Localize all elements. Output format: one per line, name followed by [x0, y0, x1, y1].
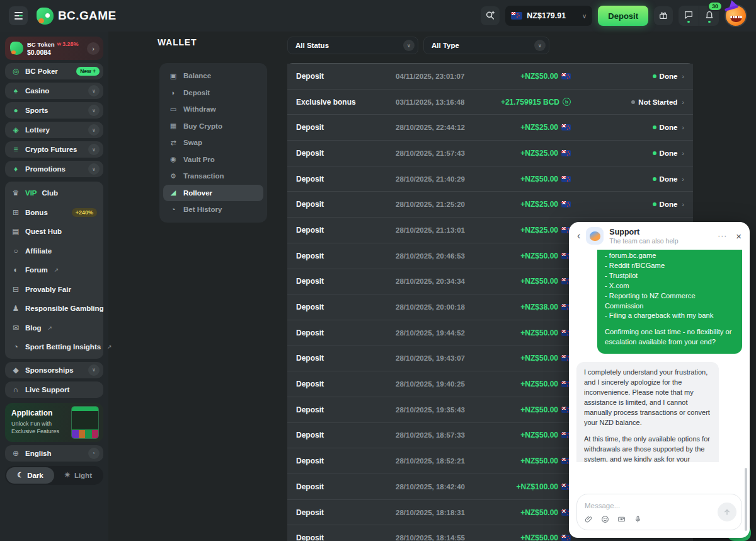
theme-dark-button[interactable]: ☾ Dark	[6, 467, 54, 484]
emoji-icon[interactable]	[601, 515, 609, 526]
app-preview-image	[71, 406, 99, 439]
sidebar-item[interactable]: ⊟ Provably Fair ↗	[5, 280, 103, 300]
gift-icon	[658, 10, 668, 22]
wallet-nav-item[interactable]: ⇄ Swap	[163, 134, 263, 151]
microphone-icon[interactable]	[634, 515, 642, 526]
transaction-datetime: 28/10/2025, 21:57:43	[396, 149, 520, 157]
sidebar-item[interactable]: ♟ Responsible Gambling ↗	[5, 299, 103, 318]
transaction-status[interactable]: Done ›	[571, 201, 684, 208]
transaction-status[interactable]: Done ›	[571, 73, 684, 80]
bc-token-card[interactable]: BC Token ∨∨ 3.28% $0.0084 ›	[5, 37, 103, 60]
chevron-down-icon: ∨	[403, 40, 415, 51]
table-row[interactable]: Deposit 28/10/2025, 21:57:43 +NZ$25.00 b…	[287, 141, 693, 166]
language-selector[interactable]: ⊕ English ›	[5, 445, 103, 462]
transaction-amount: +NZ$50.00 b	[520, 431, 571, 439]
sidebar-item[interactable]: ✉ Blog ↗	[5, 318, 103, 338]
transaction-status[interactable]: Done ›	[571, 175, 684, 183]
chevron-right-icon[interactable]: ›	[87, 42, 100, 55]
more-options-icon[interactable]: ···	[718, 231, 727, 240]
logo[interactable]: BC.GAME	[37, 8, 117, 25]
transaction-status[interactable]: Done ›	[571, 124, 684, 131]
sidebar-item[interactable]: ⊞ Bonus ↗ +240%	[5, 203, 103, 223]
message-input[interactable]	[585, 502, 698, 509]
transaction-datetime: 28/10/2025, 19:35:43	[396, 406, 520, 414]
close-icon[interactable]: ×	[736, 231, 742, 241]
agent-message-p2: At this time, the only available options…	[584, 434, 711, 462]
table-row[interactable]: Deposit 28/10/2025, 21:25:20 +NZ$25.00 b…	[287, 192, 693, 218]
currency-selector[interactable]: NZ$179.91 ∨	[505, 6, 592, 26]
chevron-right-icon[interactable]: ›	[88, 448, 100, 459]
application-banner[interactable]: Application Unlock Fun with Exclusive Fe…	[5, 403, 103, 442]
rewards-button[interactable]	[654, 6, 673, 25]
wallet-nav-item[interactable]: ⚙ Transaction	[163, 168, 263, 185]
user-avatar[interactable]	[724, 4, 747, 27]
chat-bubble-icon	[684, 9, 694, 22]
menu-toggle-button[interactable]	[9, 6, 28, 25]
chevron-down-icon[interactable]: ∨	[88, 163, 100, 175]
status-dot	[653, 74, 656, 78]
sidebar-item-live-support[interactable]: ∩ Live Support	[5, 381, 103, 398]
sidebar-item[interactable]: ♠ Casino ∨	[5, 83, 103, 99]
transaction-type: Deposit	[296, 457, 396, 465]
rollover-icon: ◢	[169, 189, 178, 197]
transaction-amount: +21.759915 BCD b	[501, 98, 571, 107]
type-filter-select[interactable]: All Type ∨	[423, 37, 549, 54]
sidebar-item[interactable]: ● Sports ∨	[5, 102, 103, 119]
wallet-nav-item[interactable]: ◗ Deposit	[163, 84, 263, 102]
table-row[interactable]: Deposit 04/11/2025, 23:01:07 +NZ$50.00 b…	[287, 64, 693, 90]
wallet-nav-item[interactable]: ◔ Bet History	[163, 201, 263, 218]
theme-light-button[interactable]: ☀ Light	[54, 467, 102, 484]
wallet-nav-item[interactable]: ▭ Withdraw	[163, 101, 263, 118]
support-chat-panel: ‹ Support The team can also help ··· × -…	[569, 222, 750, 538]
gif-icon[interactable]	[617, 515, 626, 526]
status-filter-select[interactable]: All Status ∨	[287, 37, 418, 54]
attachment-icon[interactable]	[585, 515, 593, 526]
transaction-type: Deposit	[296, 482, 396, 491]
wallet-nav-item[interactable]: ▦ Buy Crypto	[163, 118, 263, 135]
headphones-icon: ∩	[11, 385, 20, 394]
price-down-icon: ∨∨	[57, 42, 60, 47]
search-button[interactable]	[481, 6, 500, 25]
promotions-icon: ♦	[11, 165, 20, 173]
chevron-down-icon[interactable]: ∨	[88, 124, 100, 136]
visitor-message-line: - Reporting to NZ Commerce Commission	[605, 291, 735, 311]
sidebar-item[interactable]: ◐ Forum ↗	[5, 260, 103, 280]
transaction-amount: +NZ$25.00 b	[520, 226, 571, 235]
sidebar-item[interactable]: ▤ Quest Hub ↗	[5, 222, 103, 241]
transaction-amount: +NZ$50.00 b	[520, 329, 571, 337]
chevron-down-icon[interactable]: ∨	[88, 85, 100, 96]
sidebar-item[interactable]: ≡ Crypto Futures ∨	[5, 141, 103, 158]
sidebar-item[interactable]: ○ Affiliate ↗	[5, 241, 103, 261]
globe-icon: ⊕	[11, 449, 20, 458]
back-icon[interactable]: ‹	[577, 231, 580, 241]
notifications-button[interactable]: 30	[699, 6, 719, 26]
transaction-type: Deposit	[296, 533, 396, 541]
table-row[interactable]: Deposit 28/10/2025, 21:40:29 +NZ$50.00 b…	[287, 166, 693, 192]
chevron-down-icon[interactable]: ∨	[88, 144, 100, 155]
chevron-down-icon[interactable]: ∨	[88, 105, 100, 116]
table-row[interactable]: Deposit 28/10/2025, 22:44:12 +NZ$25.00 b…	[287, 115, 693, 141]
sidebar-item[interactable]: ◔ Sport Betting Insights ↗	[5, 337, 103, 357]
deposit-button[interactable]: Deposit	[598, 6, 648, 26]
send-button[interactable]	[718, 503, 736, 521]
transaction-amount: +NZ$50.00 b	[520, 405, 571, 414]
sidebar-item[interactable]: ♛ VIP Club ↗	[5, 183, 103, 203]
provably-fair-icon: ⊟	[11, 285, 20, 294]
chevron-down-icon[interactable]: ∨	[88, 364, 100, 376]
transaction-status[interactable]: Not Started ›	[571, 98, 684, 106]
table-row[interactable]: Exclusive bonus 03/11/2025, 13:16:48 +21…	[287, 90, 693, 115]
wallet-nav-item[interactable]: ◢ Rollover	[163, 185, 263, 202]
wallet-nav-item[interactable]: ◉ Vault Pro	[163, 151, 263, 168]
sidebar-item[interactable]: ♦ Promotions ∨	[5, 161, 103, 177]
chat-scrollbar[interactable]	[745, 468, 747, 531]
sidebar-item-sponsorships[interactable]: ◆ Sponsorships ∨	[5, 362, 103, 378]
transaction-status[interactable]: Done ›	[571, 149, 684, 157]
chat-messages[interactable]: - forum.bc.game- Reddit r/BCGame- Trustp…	[569, 250, 750, 462]
chat-button[interactable]	[679, 6, 699, 26]
wallet-nav-item[interactable]: ▣ Balance	[163, 67, 263, 84]
page-title: WALLET	[158, 37, 197, 47]
sidebar-item-bc-poker[interactable]: ◎ BC Poker New +	[5, 63, 103, 79]
transaction-amount: +NZ$100.00 b	[517, 482, 571, 491]
transaction-type: Deposit	[296, 226, 396, 235]
sidebar-item[interactable]: ◈ Lottery ∨	[5, 122, 103, 138]
